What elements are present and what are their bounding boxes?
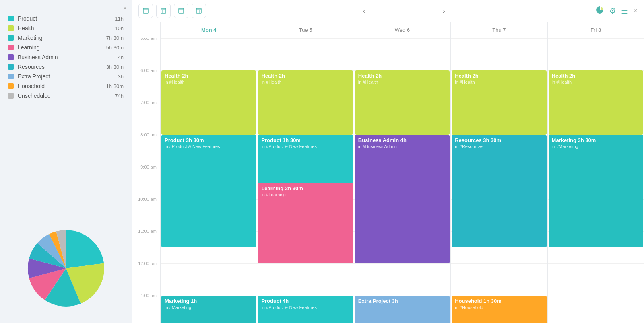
svg-rect-5 — [179, 8, 184, 13]
pie-chart — [26, 228, 106, 309]
event-block[interactable]: Product 1h 30min #Product & New Features — [258, 135, 353, 183]
event-title: Extra Project 3h — [358, 298, 446, 304]
hour-line — [354, 38, 450, 39]
settings-icon-button[interactable]: ⚙ — [609, 6, 616, 16]
topbar-right: ⚙ ☰ × — [595, 6, 638, 16]
time-label: 12:00 pm — [138, 261, 157, 266]
legend-label: Resources — [18, 64, 106, 70]
legend-label: Household — [18, 83, 106, 89]
event-subtitle: in #Health — [455, 80, 543, 84]
time-label: 6:00 am — [140, 68, 157, 73]
event-block[interactable]: Extra Project 3h — [355, 296, 450, 323]
legend-item: Marketing 7h 30m — [8, 33, 124, 43]
event-block[interactable]: Health 2hin #Health — [258, 70, 353, 135]
legend-label: Marketing — [18, 35, 106, 41]
view-month-button[interactable] — [192, 4, 206, 18]
event-block[interactable]: Business Admin 4hin #Business Admin — [355, 135, 450, 263]
event-title: Health 2h — [455, 73, 543, 79]
legend-value: 3h — [118, 74, 124, 80]
event-subtitle: in #Health — [165, 80, 253, 84]
event-subtitle: in #Household — [455, 305, 543, 310]
event-subtitle: in #Business Admin — [358, 144, 446, 149]
chart-icon-button[interactable] — [595, 6, 604, 16]
event-title: Health 2h — [552, 73, 640, 79]
legend-value: 3h 30m — [106, 64, 124, 70]
hour-line — [354, 263, 450, 264]
prev-month-button[interactable]: ‹ — [363, 7, 365, 15]
legend-list: Product 11h Health 10h Marketing 7h 30m … — [8, 14, 124, 101]
legend-item: Extra Project 3h — [8, 72, 124, 81]
legend-value: 74h — [115, 93, 124, 99]
calendar-grid: 5:00 am6:00 am7:00 am8:00 am9:00 am10:00… — [132, 38, 644, 323]
legend-item: Business Admin 4h — [8, 52, 124, 62]
event-subtitle: in #Marketing — [165, 305, 253, 310]
legend-item: Resources 3h 30m — [8, 62, 124, 72]
topbar-close-icon[interactable]: × — [633, 7, 638, 15]
view-day-button[interactable] — [138, 4, 153, 18]
view-week-button[interactable] — [156, 4, 171, 18]
day-header-thu: Thu 7 — [450, 22, 547, 38]
event-block[interactable]: Marketing 1hin #Marketing — [161, 296, 256, 323]
day-header-tue: Tue 5 — [257, 22, 353, 38]
list-icon-button[interactable]: ☰ — [621, 6, 628, 16]
event-block[interactable]: Health 2hin #Health — [161, 70, 256, 135]
time-label: 9:00 am — [140, 165, 157, 169]
event-title: Resources 3h 30m — [455, 137, 543, 143]
sidebar: × Product 11h Health 10h Marketing 7h 30… — [0, 0, 132, 323]
time-label: 11:00 am — [138, 229, 157, 234]
legend-value: 5h 30m — [106, 45, 124, 51]
time-header-placeholder — [132, 22, 160, 38]
event-title: Health 2h — [261, 73, 349, 79]
event-subtitle: in #Health — [358, 80, 446, 84]
event-title: Marketing 1h — [165, 298, 253, 304]
legend-value: 10h — [115, 25, 124, 31]
event-title: Product 4h — [261, 298, 349, 304]
event-block[interactable]: Learning 2h 30min #Learning — [258, 183, 353, 263]
event-block[interactable]: Product 3h 30min #Product & New Features — [161, 135, 256, 247]
legend-value: 4h — [118, 54, 124, 60]
day-col-wed: Health 2hin #HealthBusiness Admin 4hin #… — [354, 38, 450, 323]
view-icons — [138, 4, 206, 18]
hour-line — [451, 263, 547, 264]
legend-label: Unscheduled — [18, 93, 115, 99]
day-col-fri: Health 2hin #HealthMarketing 3h 30min #M… — [547, 38, 644, 323]
nav-section: ‹ › — [213, 7, 595, 15]
view-5day-button[interactable] — [174, 4, 188, 18]
legend-value: 11h — [115, 16, 124, 22]
hour-line — [257, 38, 353, 39]
day-headers: Mon 4 Tue 5 Wed 6 Thu 7 Fri 8 — [132, 22, 644, 38]
time-label: 7:00 am — [140, 100, 157, 105]
legend-label: Extra Project — [18, 73, 118, 80]
event-block[interactable]: Marketing 3h 30min #Marketing — [549, 135, 643, 247]
event-block[interactable]: Health 2hin #Health — [452, 70, 546, 135]
event-title: Marketing 3h 30m — [552, 137, 640, 143]
time-label: 1:00 pm — [140, 293, 157, 298]
legend-item: Learning 5h 30m — [8, 43, 124, 52]
event-block[interactable]: Resources 3h 30min #Resources — [452, 135, 546, 247]
legend-dot — [8, 35, 14, 41]
day-header-mon: Mon 4 — [160, 22, 257, 38]
svg-rect-2 — [161, 8, 166, 13]
event-subtitle: in #Marketing — [552, 144, 640, 149]
event-subtitle: in #Learning — [261, 192, 349, 197]
hour-line — [161, 263, 257, 264]
legend-label: Learning — [18, 44, 106, 51]
event-block[interactable]: Household 1h 30min #Household — [452, 296, 546, 323]
sidebar-close-icon[interactable]: × — [123, 5, 127, 12]
legend-item: Product 11h — [8, 14, 124, 23]
hour-line — [257, 263, 353, 264]
legend-item: Health 10h — [8, 23, 124, 33]
legend-dot — [8, 45, 14, 50]
event-block[interactable]: Product 4hin #Product & New Features — [258, 296, 353, 323]
event-title: Product 3h 30m — [165, 137, 253, 143]
event-subtitle: in #Resources — [455, 144, 543, 149]
event-block[interactable]: Health 2hin #Health — [549, 70, 643, 135]
legend-value: 1h 30m — [106, 83, 124, 89]
event-title: Household 1h 30m — [455, 298, 543, 304]
legend-label: Business Admin — [18, 54, 118, 60]
next-month-button[interactable]: › — [443, 7, 445, 15]
hour-line — [548, 263, 644, 264]
day-header-fri: Fri 8 — [547, 22, 644, 38]
hour-line — [548, 38, 644, 39]
event-block[interactable]: Health 2hin #Health — [355, 70, 450, 135]
